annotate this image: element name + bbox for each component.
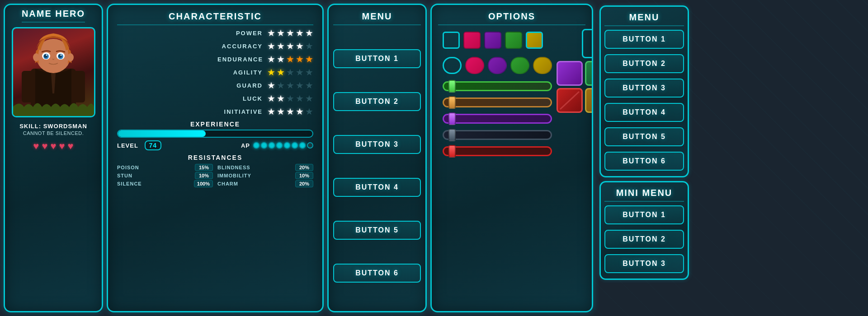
swatch-pink-1[interactable] [463,32,481,49]
resistances-grid: POISON 15% BLINDNESS 20% STUN 10% IMMOBI… [117,164,313,187]
swatch-pill-green[interactable] [510,57,529,74]
menu2-btn-3[interactable]: BUTTON 3 [604,79,684,98]
menu1-btn-4[interactable]: BUTTON 4 [333,178,421,197]
menu-panel-1: MENU BUTTON 1 BUTTON 2 BUTTON 3 BUTTON 4… [327,4,427,312]
star: ★ [305,106,313,117]
resist-charm-label: CHARM [217,181,238,186]
star: ★ [286,41,294,51]
swatch-purple-1[interactable] [484,32,501,49]
level-label: LEVEL [117,142,138,149]
swatch-pill-empty[interactable] [443,57,462,74]
menu1-btn-1[interactable]: BUTTON 1 [333,49,421,68]
mini-btn-2[interactable]: BUTTON 2 [604,230,684,249]
star: ★ [267,67,275,78]
initiative-label: INITIATIVE [217,108,263,115]
options-title: OPTIONS [438,8,585,25]
star: ★ [296,54,304,65]
slider-track-purple[interactable] [443,114,552,124]
star: ★ [305,93,313,104]
ap-dot-4 [276,142,283,149]
menu1-btn-6[interactable]: BUTTON 6 [333,264,421,283]
stat-accuracy: ACCURACY ★ ★ ★ ★ ★ [117,41,313,51]
mini-btn-3[interactable]: BUTTON 3 [604,254,684,273]
star: ★ [296,80,304,91]
menu1-btn-5[interactable]: BUTTON 5 [333,221,421,240]
slider-thumb-red[interactable] [448,145,456,158]
ap-dot-6 [292,142,298,149]
resist-charm-value: 20% [295,180,313,187]
menu2-btn-4[interactable]: BUTTON 4 [604,103,684,122]
accuracy-stars: ★ ★ ★ ★ ★ [267,41,313,51]
swatch-empty-1[interactable] [443,32,460,49]
level-value: 74 [145,140,162,150]
csq-red[interactable] [557,88,583,113]
star: ★ [277,41,285,51]
resist-silence-label: SILENCE [117,181,142,186]
slider-red [443,146,552,156]
stat-guard: GUARD ★ ★ ★ ★ ★ [117,80,313,91]
hero-skill-label: SKILL: SWORDSMAN [19,123,87,130]
swatch-pill-pink[interactable] [465,57,484,74]
star: ★ [296,28,304,38]
slider-brown [443,98,552,107]
hero-hearts: ♥ ♥ ♥ ♥ ♥ [33,140,73,152]
experience-bar [117,130,313,138]
slider-track-green[interactable] [443,81,552,91]
menu2-btn-2[interactable]: BUTTON 2 [604,54,684,73]
resist-immobility: IMMOBILITY 10% [217,172,313,179]
color-squares-grid [557,61,593,113]
menu2-btn-5[interactable]: BUTTON 5 [604,127,684,146]
level-ap-row: LEVEL 74 AP [117,140,313,150]
svg-point-13 [33,53,39,61]
guard-stars: ★ ★ ★ ★ ★ [267,80,313,91]
star: ★ [296,41,304,51]
svg-point-11 [46,55,47,56]
star: ★ [277,106,285,117]
star: ★ [286,67,294,78]
stat-initiative: INITIATIVE ★ ★ ★ ★ ★ [117,106,313,117]
resist-blindness: BLINDNESS 20% [217,164,313,171]
star: ★ [267,28,275,38]
csq-green[interactable] [585,61,593,86]
swatch-pill-yellow[interactable] [533,57,552,74]
csq-yellow[interactable] [585,88,593,113]
characteristic-panel: CHARACTERISTIC POWER ★ ★ ★ ★ ★ ACCURACY … [107,4,324,312]
resist-stun-label: STUN [117,173,132,178]
swatch-pill-purple[interactable] [488,57,507,74]
star: ★ [267,54,275,65]
slider-thumb-brown[interactable] [448,96,456,109]
experience-fill [118,130,206,137]
swatch-yellow-1[interactable] [526,32,543,49]
star: ★ [267,41,275,51]
menu2-btn-6[interactable]: BUTTON 6 [604,152,684,171]
menu1-title: MENU [333,8,421,25]
menu-panel-2: MENU BUTTON 1 BUTTON 2 BUTTON 3 BUTTON 4… [597,4,692,312]
slider-track-brown[interactable] [443,98,552,107]
slider-track-dark[interactable] [443,130,552,140]
star: ★ [305,80,313,91]
slider-thumb-purple[interactable] [448,112,456,125]
star: ★ [267,106,275,117]
csq-purple[interactable] [557,61,583,86]
swatch-green-1[interactable] [505,32,522,49]
slider-green [443,81,552,91]
star: ★ [267,80,275,91]
heart-1: ♥ [33,140,39,152]
mini-btn-1[interactable]: BUTTON 1 [604,205,684,224]
slider-thumb-dark[interactable] [448,129,456,141]
menu1-btn-2[interactable]: BUTTON 2 [333,92,421,111]
heart-5: ♥ [68,140,74,152]
slider-dark [443,130,552,140]
ap-label: AP [241,142,250,149]
star: ★ [305,54,313,65]
resist-immobility-label: IMMOBILITY [217,173,251,178]
star: ★ [277,28,285,38]
big-empty-swatch[interactable] [582,29,593,58]
hero-title: NAME HERO [22,5,85,23]
slider-track-red[interactable] [443,146,552,156]
menu1-btn-3[interactable]: BUTTON 3 [333,135,421,154]
menu2-btn-1[interactable]: BUTTON 1 [604,30,684,49]
star: ★ [277,93,285,104]
resist-silence: SILENCE 100% [117,180,213,187]
slider-thumb-green[interactable] [448,80,456,93]
